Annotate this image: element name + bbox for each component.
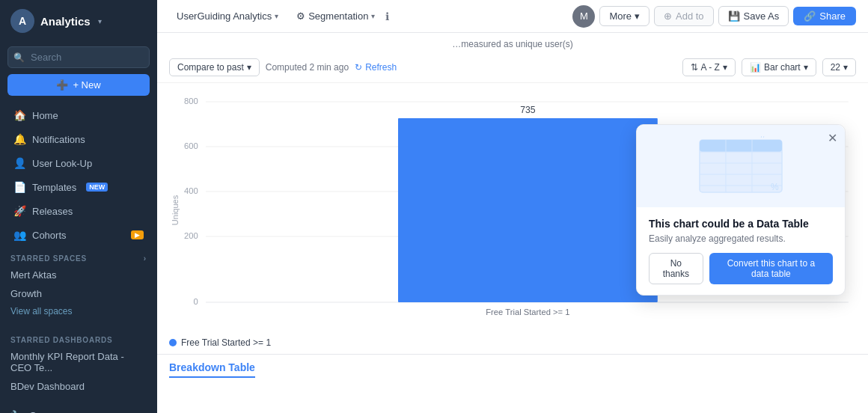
sort-icon: ⇅ — [691, 62, 698, 73]
chart-area: …measured as unique user(s) Compare to p… — [157, 33, 868, 413]
computed-text: Computed 2 min ago — [266, 62, 349, 73]
tooltip-body: This chart could be a Data Table Easily … — [637, 207, 845, 295]
avatar[interactable]: M — [572, 5, 595, 28]
starred-space-mert[interactable]: Mert Aktas — [0, 266, 157, 284]
tooltip-popup: ✕ # % — [636, 124, 846, 296]
nav-chevron2-icon: ▾ — [371, 12, 375, 20]
sidebar-item-notifications[interactable]: 🔔 Notifications — [3, 128, 154, 150]
svg-text:800: 800 — [184, 97, 198, 105]
sidebar: A Analytics ▾ 🔍 ➕ + New 🏠 Home 🔔 Notific… — [0, 0, 157, 413]
bar-chart-icon: 📊 — [750, 62, 761, 73]
sidebar-item-cohorts[interactable]: 👥 Cohorts ▶ — [3, 224, 154, 246]
convert-button[interactable]: Convert this chart to a data table — [709, 253, 833, 284]
starred-dashboard-kpi[interactable]: Monthly KPI Report Data - CEO Te... — [0, 347, 157, 377]
starred-dashboards-section: STARRED DASHBOARDS — [0, 328, 157, 347]
sort-button[interactable]: ⇅ A - Z ▾ — [682, 58, 736, 76]
topbar-nav: UserGuiding Analytics ▾ ⚙ Segmentation ▾… — [169, 7, 566, 25]
sidebar-item-templates[interactable]: 📄 Templates NEW — [3, 176, 154, 198]
sidebar-search[interactable]: 🔍 — [7, 46, 150, 68]
svg-text:%: % — [771, 182, 779, 192]
new-badge: NEW — [86, 183, 108, 192]
legend-label: Free Trial Started >= 1 — [181, 337, 271, 348]
bell-icon: 🔔 — [13, 133, 25, 145]
logo-circle: A — [10, 9, 34, 33]
releases-icon: 🚀 — [13, 205, 25, 217]
more-chevron-icon: ▾ — [635, 10, 640, 22]
compare-chevron-icon: ▾ — [247, 62, 251, 73]
sidebar-item-govern[interactable]: 🔧 Govern — [0, 405, 157, 413]
govern-icon: 🔧 — [10, 410, 22, 413]
nav-segmentation[interactable]: ⚙ Segmentation ▾ — [289, 7, 382, 25]
share-button[interactable]: 🔗 Share — [793, 7, 856, 25]
no-thanks-button[interactable]: No thanks — [649, 253, 703, 284]
cohorts-icon: 👥 — [13, 229, 25, 241]
cohorts-badge: ▶ — [131, 230, 144, 239]
search-icon: 🔍 — [13, 52, 25, 63]
date-button[interactable]: 22 ▾ — [822, 58, 856, 76]
new-button[interactable]: ➕ + New — [7, 74, 150, 96]
plus-add-icon: ⊕ — [664, 10, 672, 22]
save-icon: 💾 — [728, 10, 740, 22]
date-chevron-icon: ▾ — [843, 62, 848, 73]
breakdown-title: Breakdown Table — [169, 361, 255, 378]
svg-text:0: 0 — [194, 297, 198, 306]
nav-userguiding-analytics[interactable]: UserGuiding Analytics ▾ — [169, 7, 286, 25]
topbar: UserGuiding Analytics ▾ ⚙ Segmentation ▾… — [157, 0, 868, 33]
save-as-button[interactable]: 💾 Save As — [718, 6, 789, 26]
share-icon: 🔗 — [804, 10, 816, 22]
svg-text:Uniques: Uniques — [171, 195, 180, 225]
tooltip-close-button[interactable]: ✕ — [828, 131, 837, 145]
home-icon: 🏠 — [13, 109, 25, 121]
starred-space-growth[interactable]: Growth — [0, 284, 157, 303]
tooltip-title: This chart could be a Data Table — [649, 218, 833, 230]
svg-text:#: # — [760, 136, 766, 140]
sort-chevron-icon: ▾ — [723, 62, 727, 73]
breakdown-tab[interactable]: Breakdown Table — [157, 354, 868, 378]
templates-icon: 📄 — [13, 181, 25, 193]
logo-title: Analytics — [40, 15, 91, 28]
svg-rect-14 — [700, 140, 782, 152]
starred-dashboard-bdev[interactable]: BDev Dashboard — [0, 377, 157, 396]
plus-icon: ➕ — [56, 79, 68, 91]
more-button[interactable]: More ▾ — [599, 6, 650, 26]
chart-type-button[interactable]: 📊 Bar chart ▾ — [742, 58, 816, 76]
main-content: UserGuiding Analytics ▾ ⚙ Segmentation ▾… — [157, 0, 868, 413]
info-icon[interactable]: ℹ — [385, 10, 389, 22]
table-illustration: # % — [696, 136, 786, 196]
svg-text:400: 400 — [184, 186, 198, 195]
nav-chevron-icon: ▾ — [275, 12, 278, 20]
view-all-spaces-link[interactable]: View all spaces — [0, 303, 157, 319]
search-input[interactable] — [7, 46, 150, 68]
starred-spaces-section: STARRED SPACES › — [0, 247, 157, 266]
chevron-right-icon: › — [144, 254, 147, 263]
logo-chevron-icon: ▾ — [98, 17, 102, 25]
svg-text:Free Trial Started >= 1: Free Trial Started >= 1 — [486, 308, 569, 316]
svg-text:735: 735 — [520, 105, 536, 115]
tooltip-image-area: # % — [637, 125, 845, 207]
svg-text:600: 600 — [184, 141, 198, 150]
compare-to-past-button[interactable]: Compare to past ▾ — [169, 58, 260, 76]
tooltip-description: Easily analyze aggregated results. — [649, 233, 833, 244]
user-icon: 👤 — [13, 157, 25, 169]
add-to-button[interactable]: ⊕ Add to — [654, 6, 714, 26]
tooltip-actions: No thanks Convert this chart to a data t… — [649, 253, 833, 284]
legend-dot — [169, 339, 177, 346]
chart-subtitle: …measured as unique user(s) — [157, 33, 868, 52]
refresh-icon: ↻ — [355, 62, 362, 73]
sidebar-item-user-lookup[interactable]: 👤 User Look-Up — [3, 152, 154, 174]
chart-type-chevron-icon: ▾ — [804, 62, 808, 73]
svg-text:200: 200 — [184, 231, 198, 240]
refresh-button[interactable]: ↻ Refresh — [355, 62, 397, 73]
chart-wrapper: 800 600 400 200 0 Uniques 735 F — [157, 83, 868, 333]
chart-controls: Compare to past ▾ Computed 2 min ago ↻ R… — [157, 52, 868, 83]
sidebar-item-home[interactable]: 🏠 Home — [3, 104, 154, 126]
sidebar-item-releases[interactable]: 🚀 Releases — [3, 200, 154, 222]
chart-legend: Free Trial Started >= 1 — [157, 333, 868, 351]
sidebar-logo[interactable]: A Analytics ▾ — [0, 0, 157, 42]
topbar-actions: M More ▾ ⊕ Add to 💾 Save As 🔗 Share — [572, 5, 856, 28]
segmentation-icon: ⚙ — [296, 10, 305, 22]
bar-rect — [398, 118, 658, 302]
